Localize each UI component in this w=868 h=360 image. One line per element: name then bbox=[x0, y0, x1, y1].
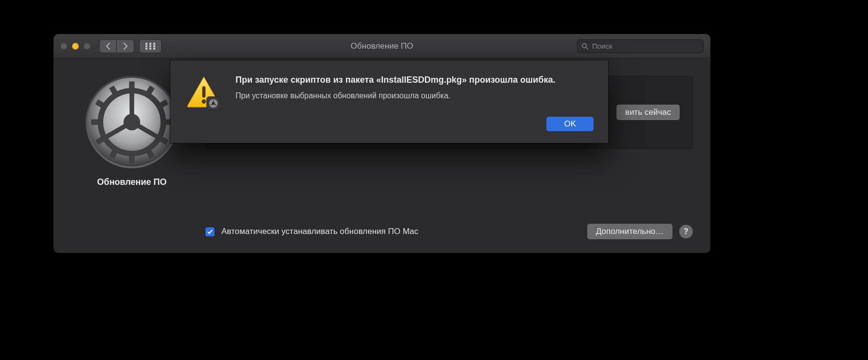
forward-button[interactable] bbox=[117, 39, 134, 53]
svg-rect-1 bbox=[149, 43, 151, 45]
svg-rect-7 bbox=[149, 48, 151, 50]
svg-rect-3 bbox=[145, 45, 147, 47]
gear-icon bbox=[86, 76, 178, 168]
svg-rect-4 bbox=[149, 45, 151, 47]
alert-text: При запуске скриптов из пакета «InstallE… bbox=[235, 74, 594, 131]
show-all-button[interactable] bbox=[139, 39, 162, 53]
search-icon bbox=[581, 43, 588, 50]
svg-rect-6 bbox=[145, 48, 147, 50]
auto-update-checkbox[interactable] bbox=[205, 227, 215, 236]
panel-label: Обновление ПО bbox=[97, 177, 167, 187]
svg-rect-8 bbox=[153, 48, 155, 50]
svg-line-10 bbox=[586, 47, 588, 49]
advanced-button[interactable]: Дополнительно… bbox=[587, 224, 672, 239]
grid-icon bbox=[145, 43, 155, 50]
warning-icon bbox=[185, 74, 223, 112]
svg-rect-5 bbox=[153, 45, 155, 47]
titlebar: Обновление ПО bbox=[54, 34, 710, 58]
auto-update-label: Автоматически устанавливать обновления П… bbox=[221, 227, 418, 236]
svg-rect-2 bbox=[153, 43, 155, 45]
back-button[interactable] bbox=[99, 39, 117, 53]
close-button[interactable] bbox=[60, 43, 67, 50]
chevron-left-icon bbox=[106, 43, 110, 50]
software-update-icon bbox=[86, 76, 178, 168]
chevron-right-icon bbox=[123, 43, 128, 50]
svg-rect-0 bbox=[145, 43, 147, 45]
alert-title: При запуске скриптов из пакета «InstallE… bbox=[235, 74, 594, 86]
search-input[interactable] bbox=[592, 42, 699, 50]
error-alert: При запуске скриптов из пакета «InstallE… bbox=[170, 60, 608, 143]
help-button[interactable]: ? bbox=[679, 225, 693, 238]
nav-buttons bbox=[99, 39, 134, 53]
alert-actions: OK bbox=[235, 117, 594, 131]
minimize-button[interactable] bbox=[72, 43, 79, 50]
checkmark-icon bbox=[207, 229, 213, 235]
footer-row: Автоматически устанавливать обновления П… bbox=[205, 211, 693, 239]
zoom-button[interactable] bbox=[84, 43, 90, 50]
alert-message: При установке выбранных обновлений произ… bbox=[235, 91, 594, 100]
search-field[interactable] bbox=[577, 39, 704, 53]
ok-button[interactable]: OK bbox=[546, 117, 594, 131]
update-now-button[interactable]: вить сейчас bbox=[616, 105, 680, 120]
svg-point-18 bbox=[202, 99, 206, 104]
svg-rect-17 bbox=[202, 86, 206, 97]
traffic-lights bbox=[60, 43, 90, 50]
